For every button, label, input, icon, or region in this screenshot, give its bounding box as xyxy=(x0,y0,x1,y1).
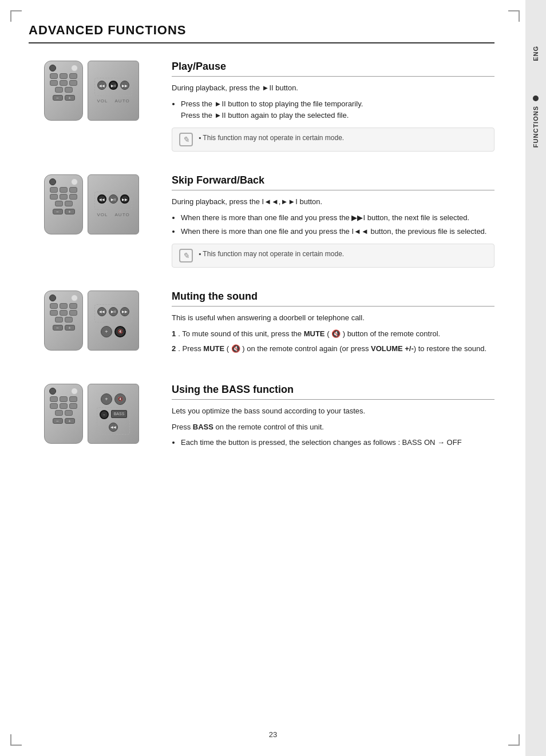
panel-btn-bass-minus: − xyxy=(100,410,109,419)
section-mute: − + ◀◀ ▶II ▶▶ + xyxy=(29,291,494,361)
remote-body-skip: − + xyxy=(44,174,83,234)
remote-btn-light-skip xyxy=(71,178,78,185)
panel-btn-bass-plus: + xyxy=(101,393,112,405)
panel-btns-row1: ◀◀ ▶II ▶▶ xyxy=(97,81,129,90)
section-right-bass: Using the BASS function Lets you optimiz… xyxy=(172,384,494,455)
panel-vol-row: + 🔇 xyxy=(101,326,126,337)
remote-btn-plus-mute: + xyxy=(65,325,75,331)
panel-bass-top: + 🔇 xyxy=(101,393,126,405)
section-bass: − + + 🔇 − BASS xyxy=(29,384,494,455)
remote-btn-m3 xyxy=(69,303,77,309)
panel-btns-bass-row: − BASS xyxy=(100,410,127,419)
section-skip: − + ◀◀ ▶II ▶▶ VOL AUTO xyxy=(29,174,494,268)
remote-illustration-mute: − + ◀◀ ▶II ▶▶ + xyxy=(44,291,139,351)
numbered-mute-2: 2 . Press MUTE ( 🔇 ) on the remote contr… xyxy=(172,343,494,355)
remote-btn-minus-skip: − xyxy=(53,209,63,214)
remote-bottom-skip: − + xyxy=(53,209,75,214)
remote-btn-power xyxy=(49,65,56,71)
remote-btn-b7 xyxy=(55,410,63,416)
remote-btn-m4 xyxy=(50,310,58,316)
remote-btn-light-mute xyxy=(71,295,78,301)
corner-mark-br xyxy=(508,734,520,746)
remote-btn-b3 xyxy=(69,396,77,402)
remote-btn-b5 xyxy=(60,403,68,409)
remote-btn-power-skip xyxy=(49,178,56,185)
corner-mark-tl xyxy=(10,10,22,22)
remote-btn-b4 xyxy=(50,403,58,409)
section-right-play-pause: Play/Pause During playback, press the ►I… xyxy=(172,61,494,152)
remote-btn-1 xyxy=(50,73,58,79)
section-right-skip: Skip Forward/Back During playback, press… xyxy=(172,174,494,268)
panel-btn-mute-icon: 🔇 xyxy=(114,326,126,337)
remote-row-s1 xyxy=(47,187,80,193)
remote-body-mute: − + xyxy=(44,291,83,351)
panel-btn-mute-prev: ◀◀ xyxy=(97,307,106,316)
panel-btn-skip-next: ▶▶ xyxy=(120,194,129,204)
panel-btn-vol-plus: + xyxy=(101,326,112,337)
panel-btn-mute-play: ▶II xyxy=(109,307,118,316)
remote-btn-m7 xyxy=(55,317,63,323)
section-left-bass: − + + 🔇 − BASS xyxy=(29,384,155,444)
remote-body-bass: − + xyxy=(44,384,83,444)
remote-btn-6 xyxy=(69,80,77,86)
intro-mute: This is useful when answering a doorbell… xyxy=(172,312,494,324)
section-right-mute: Muting the sound This is useful when ans… xyxy=(172,291,494,361)
remote-top-btns-mute xyxy=(47,295,80,301)
remote-top-btns xyxy=(47,65,80,71)
remote-btn-b2 xyxy=(60,396,68,402)
remote-row-3 xyxy=(47,87,80,93)
remote-btn-5 xyxy=(60,80,68,86)
remote-btn-power-mute xyxy=(49,295,56,301)
panel-btn-bass-icon: 🔇 xyxy=(114,393,126,405)
section-left-play-pause: − + ◀◀ ▶II ▶▶ VOL AUT xyxy=(29,61,155,121)
heading-play-pause: Play/Pause xyxy=(172,61,494,77)
text-mute-2: . Press MUTE ( 🔇 ) on the remote control… xyxy=(178,343,486,355)
panel-dashed-mute: ◀◀ ▶II ▶▶ xyxy=(94,304,132,323)
remote-row-m3 xyxy=(47,317,80,323)
bullets-bass: Each time the button is pressed, the sel… xyxy=(181,437,494,449)
functions-label: FUNCTIONS xyxy=(532,106,539,148)
remote-bottom-mute: − + xyxy=(53,325,75,331)
panel-btns-skip-row: ◀◀ ▶II ▶▶ xyxy=(97,194,129,204)
panel-btn-mute-next: ▶▶ xyxy=(120,307,129,316)
remote-row-s2 xyxy=(47,194,80,200)
section-left-skip: − + ◀◀ ▶II ▶▶ VOL AUTO xyxy=(29,174,155,234)
remote-row-m1 xyxy=(47,303,80,309)
intro-bass-1: Lets you optimize the bass sound accordi… xyxy=(172,405,494,417)
right-sidebar: ENG FUNCTIONS xyxy=(525,0,546,756)
section-left-mute: − + ◀◀ ▶II ▶▶ + xyxy=(29,291,155,351)
corner-mark-tr xyxy=(508,10,520,22)
remote-btn-plus: + xyxy=(65,95,75,101)
remote-row-b2 xyxy=(47,403,80,409)
remote-row-1 xyxy=(47,73,80,79)
numbered-mute-1: 1 . To mute sound of this unit, press th… xyxy=(172,328,494,340)
remote-row-m2 xyxy=(47,310,80,316)
panel-body-mute: ◀◀ ▶II ▶▶ + 🔇 xyxy=(88,291,139,351)
panel-bass-display-text: BASS xyxy=(114,412,125,416)
panel-label-vol: VOL AUTO xyxy=(97,98,129,104)
remote-btn-4 xyxy=(50,80,58,86)
remote-illustration-skip: − + ◀◀ ▶II ▶▶ VOL AUTO xyxy=(44,174,139,234)
page-number: 23 xyxy=(269,730,277,739)
text-mute-1: . To mute sound of this unit, press the … xyxy=(178,328,440,340)
remote-bottom: − + xyxy=(53,95,75,101)
num-2: 2 xyxy=(172,343,176,355)
numbered-mute: 1 . To mute sound of this unit, press th… xyxy=(172,328,494,356)
intro-play-pause: During playback, press the ►II button. xyxy=(172,82,494,94)
remote-btn-8 xyxy=(65,87,73,93)
panel-btns-mute-row: ◀◀ ▶II ▶▶ xyxy=(97,307,129,316)
panel-bass-bottom: ◀◀ xyxy=(100,423,127,432)
panel-body-play: ◀◀ ▶II ▶▶ VOL AUTO xyxy=(88,61,139,121)
remote-btn-m6 xyxy=(69,310,77,316)
bullet-skip-1: When there is more than one file and you… xyxy=(181,212,494,224)
remote-btn-m1 xyxy=(50,303,58,309)
remote-btn-power-bass xyxy=(49,388,56,395)
remote-btn-m5 xyxy=(60,310,68,316)
bullet-skip-2: When there is more than one file and you… xyxy=(181,226,494,238)
bullets-skip: When there is more than one file and you… xyxy=(181,212,494,238)
panel-btn-prev: ◀◀ xyxy=(97,81,106,90)
remote-top-btns-skip xyxy=(47,178,80,185)
remote-btn-b1 xyxy=(50,396,58,402)
intro-bass-2: Press BASS on the remote control of this… xyxy=(172,421,494,433)
remote-btn-plus-bass: + xyxy=(65,418,75,424)
